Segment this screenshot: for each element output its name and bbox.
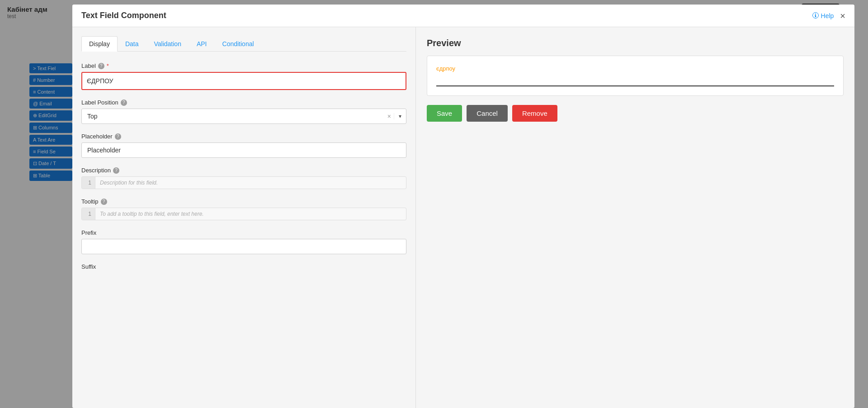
right-panel: Preview єдрпоу Save Cancel Remove <box>416 27 854 408</box>
description-line-numbers: 1 <box>82 177 95 189</box>
placeholder-label: Placeholder ? <box>81 133 406 140</box>
prefix-label: Prefix <box>81 229 406 236</box>
action-buttons: Save Cancel Remove <box>427 105 844 122</box>
select-clear-icon[interactable]: × <box>385 113 394 120</box>
tooltip-editor: 1 To add a tooltip to this field, enter … <box>81 208 406 220</box>
tab-conditional[interactable]: Conditional <box>215 36 262 52</box>
preview-box: єдрпоу <box>427 56 844 96</box>
modal-body: Display Data Validation API Conditional <box>72 27 854 408</box>
tooltip-content[interactable]: To add a tooltip to this field, enter te… <box>95 208 406 220</box>
prefix-form-group: Prefix <box>81 229 406 254</box>
label-input-wrapper <box>81 72 406 90</box>
select-dropdown-arrow[interactable]: ▾ <box>394 113 406 119</box>
description-info-icon: ? <box>113 167 119 174</box>
tab-api[interactable]: API <box>189 36 215 52</box>
modal-header-right: 🛈 Help × <box>812 11 845 20</box>
tab-display[interactable]: Display <box>81 36 118 52</box>
tooltip-form-group: Tooltip ? 1 To add a tooltip to this fie… <box>81 198 406 220</box>
placeholder-form-group: Placeholder ? <box>81 133 406 158</box>
description-form-group: Description ? 1 Description for this fie… <box>81 167 406 189</box>
label-field-label: Label ? * <box>81 62 406 69</box>
left-panel: Display Data Validation API Conditional <box>72 27 416 408</box>
text-field-component-modal: Text Field Component 🛈 Help × Display Da… <box>72 5 854 408</box>
prefix-input[interactable] <box>81 239 406 254</box>
label-position-info-icon: ? <box>121 100 127 106</box>
cancel-button[interactable]: Cancel <box>467 105 508 122</box>
remove-button[interactable]: Remove <box>512 105 557 122</box>
preview-title: Preview <box>427 38 844 48</box>
tabs-container: Display Data Validation API Conditional <box>81 36 406 52</box>
preview-input-line <box>436 76 834 86</box>
modal-title: Text Field Component <box>81 11 166 20</box>
label-position-label: Label Position ? <box>81 99 406 106</box>
description-label: Description ? <box>81 167 406 174</box>
label-position-form-group: Label Position ? Top × ▾ <box>81 99 406 124</box>
description-editor: 1 Description for this field. <box>81 176 406 189</box>
help-label: Help <box>821 12 834 19</box>
preview-field-label: єдрпоу <box>436 65 834 72</box>
label-input[interactable] <box>85 76 403 86</box>
modal-close-button[interactable]: × <box>840 11 845 20</box>
save-button[interactable]: Save <box>427 105 462 122</box>
label-info-icon: ? <box>98 63 104 69</box>
suffix-label: Suffix <box>81 263 406 270</box>
tooltip-label: Tooltip ? <box>81 198 406 205</box>
tab-data[interactable]: Data <box>118 36 146 52</box>
help-icon: 🛈 <box>812 12 819 20</box>
tooltip-info-icon: ? <box>101 199 107 205</box>
suffix-form-group: Suffix <box>81 263 406 270</box>
placeholder-info-icon: ? <box>115 133 121 140</box>
label-form-group: Label ? * <box>81 62 406 90</box>
description-content[interactable]: Description for this field. <box>95 177 406 189</box>
label-position-value: Top <box>82 109 385 123</box>
label-position-select[interactable]: Top × ▾ <box>81 109 406 124</box>
tab-validation[interactable]: Validation <box>146 36 189 52</box>
placeholder-input[interactable] <box>81 142 406 158</box>
tooltip-line-numbers: 1 <box>82 208 95 220</box>
label-required-star: * <box>107 62 109 69</box>
modal-header: Text Field Component 🛈 Help × <box>72 5 854 27</box>
help-link[interactable]: 🛈 Help <box>812 12 834 20</box>
